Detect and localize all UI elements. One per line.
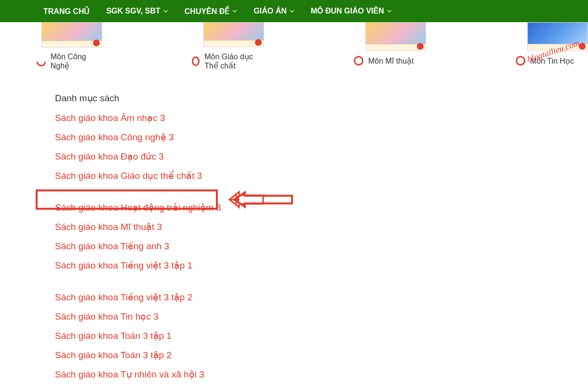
book-link[interactable]: Sách giáo khoa Toán 3 tập 2 bbox=[55, 346, 588, 365]
subject-label: Môn Tin Học bbox=[530, 56, 574, 66]
radio-icon[interactable] bbox=[192, 56, 200, 66]
stamp-icon bbox=[255, 39, 262, 46]
radio-icon[interactable] bbox=[35, 55, 48, 68]
subject-the-chat[interactable]: Môn Giáo dục Thể chất bbox=[203, 22, 264, 70]
nav-modun[interactable]: MÔ ĐUN GIÁO VIÊN bbox=[311, 7, 392, 15]
nav-label: SGK SGV, SBT bbox=[106, 7, 160, 15]
chevron-down-icon bbox=[232, 9, 237, 13]
book-link[interactable]: Sách giáo khoa Tin học 3 bbox=[55, 307, 588, 326]
book-thumbnail[interactable] bbox=[203, 22, 264, 47]
chevron-down-icon bbox=[163, 9, 168, 13]
radio-icon[interactable] bbox=[354, 56, 363, 66]
nav-label: CHUYÊN ĐỀ bbox=[185, 7, 230, 16]
chevron-down-icon bbox=[290, 9, 294, 13]
subject-label: Môn Giáo dục Thể chất bbox=[204, 52, 264, 70]
book-list-heading: Danh mục sách bbox=[55, 93, 588, 104]
top-navbar: TRANG CHỦ SGK SGV, SBT CHUYÊN ĐỀ GIÁO ÁN… bbox=[0, 0, 588, 22]
book-thumbnail[interactable] bbox=[527, 22, 588, 51]
book-thumbnail[interactable] bbox=[41, 22, 102, 48]
subjects-row: Môn Công Nghệ Môn Giáo dục Thể chất Môn … bbox=[41, 22, 588, 70]
subject-label: Môn Mĩ thuật bbox=[368, 56, 414, 66]
chevron-down-icon bbox=[387, 9, 392, 13]
book-link[interactable]: Sách giáo khoa Tiếng việt 3 tập 1 bbox=[55, 256, 588, 275]
nav-home[interactable]: TRANG CHỦ bbox=[43, 7, 90, 16]
book-link[interactable]: Sách giáo khoa Tiếng anh 3 bbox=[55, 237, 588, 256]
stamp-icon bbox=[93, 40, 100, 46]
subject-mi-thuat[interactable]: Môn Mĩ thuật bbox=[365, 22, 426, 70]
book-link[interactable]: Sách giáo khoa Mĩ thuật 3 bbox=[55, 217, 588, 237]
book-link-highlighted[interactable]: Sách giáo khoa Hoạt động trải nghiệm 3 bbox=[55, 198, 588, 217]
book-link[interactable]: Sách giáo khoa Tự nhiên và xã hội 3 bbox=[55, 365, 588, 384]
book-list: Danh mục sách Sách giáo khoa Âm nhạc 3 S… bbox=[54, 93, 588, 384]
nav-label: TRANG CHỦ bbox=[43, 7, 90, 16]
book-link[interactable]: Sách giáo khoa Tiếng việt 3 tập 2 bbox=[55, 288, 588, 307]
nav-chuyen-de[interactable]: CHUYÊN ĐỀ bbox=[185, 7, 238, 16]
book-link[interactable]: Sách giáo khoa Giáo dục thể chất 3 bbox=[55, 166, 588, 186]
nav-sgk[interactable]: SGK SGV, SBT bbox=[106, 7, 168, 15]
book-thumbnail[interactable] bbox=[365, 22, 426, 51]
book-link[interactable]: Sách giáo khoa Công nghệ 3 bbox=[55, 128, 588, 147]
nav-label: MÔ ĐUN GIÁO VIÊN bbox=[311, 7, 384, 15]
stamp-icon bbox=[579, 43, 586, 50]
book-link[interactable]: Sách giáo khoa Đạo đức 3 bbox=[55, 147, 588, 166]
book-link[interactable]: Sách giáo khoa Âm nhạc 3 bbox=[55, 108, 588, 128]
stamp-icon bbox=[417, 43, 424, 50]
subject-tin-hoc[interactable]: Môn Tin Học bbox=[527, 22, 588, 70]
subject-cong-nghe[interactable]: Môn Công Nghệ bbox=[41, 22, 102, 70]
subject-label: Môn Công Nghệ bbox=[51, 53, 102, 70]
nav-label: GIÁO ÁN bbox=[254, 7, 286, 15]
radio-icon[interactable] bbox=[516, 56, 525, 66]
book-link[interactable]: Sách giáo khoa Toán 3 tập 1 bbox=[55, 326, 588, 346]
nav-giao-an[interactable]: GIÁO ÁN bbox=[254, 7, 294, 15]
